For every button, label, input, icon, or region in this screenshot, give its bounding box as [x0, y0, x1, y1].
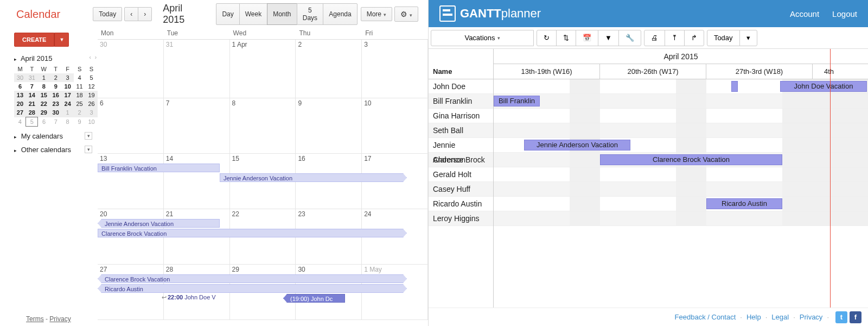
calendar-event[interactable]: (19:00) John Dc [283, 294, 345, 303]
mini-day[interactable]: 29 [38, 108, 50, 117]
gantt-timeline-row[interactable] [494, 211, 868, 226]
mini-day[interactable]: 8 [62, 117, 74, 127]
mini-day[interactable]: 20 [14, 99, 26, 108]
twitter-icon[interactable]: t [835, 311, 847, 323]
create-button[interactable]: CREATE [14, 33, 54, 47]
mini-day[interactable]: 3 [86, 108, 98, 117]
mini-day[interactable]: 3 [62, 73, 74, 82]
mini-day[interactable]: 26 [86, 99, 98, 108]
mini-day[interactable]: 23 [50, 99, 62, 108]
calendar-day-cell[interactable]: 9 [296, 98, 362, 153]
gantt-timeline-row[interactable] [494, 109, 868, 123]
mini-day[interactable]: 24 [62, 99, 74, 108]
mini-day[interactable]: 4 [14, 117, 26, 127]
gantt-person-row[interactable]: Gina Harrison [429, 109, 493, 123]
view-5days[interactable]: 5 Days [297, 3, 324, 25]
calendar-day-cell[interactable]: 1 Apr [230, 40, 296, 98]
calendar-day-cell[interactable]: 3 [362, 40, 428, 98]
mini-day[interactable]: 7 [50, 117, 62, 127]
gantt-person-row[interactable]: Bill Franklin [429, 94, 493, 109]
privacy-link[interactable]: Privacy [800, 313, 823, 321]
upload-button[interactable]: ⤒ [665, 30, 685, 46]
chevron-down-icon[interactable]: ▾ [85, 146, 92, 153]
calendar-day-cell[interactable]: 7 [164, 98, 230, 153]
prev-button[interactable]: ‹ [124, 7, 138, 21]
mini-day[interactable]: 10 [62, 82, 74, 91]
mini-day[interactable]: 30 [50, 108, 62, 117]
facebook-icon[interactable]: f [850, 311, 861, 323]
feedback-link[interactable]: Feedback / Contact [675, 313, 736, 321]
gantt-today-dropdown[interactable]: ▾ [739, 30, 757, 46]
mini-day[interactable]: 31 [26, 73, 38, 82]
help-link[interactable]: Help [746, 313, 761, 321]
today-button[interactable]: Today [93, 7, 122, 21]
mini-day[interactable]: 15 [38, 91, 50, 99]
calendar-event[interactable]: Jennie Anderson Vacation [220, 173, 407, 182]
gantt-timeline-row[interactable]: Clarence Brock Vacation [494, 153, 868, 167]
account-link[interactable]: Account [790, 9, 819, 18]
mini-day[interactable]: 11 [74, 82, 86, 91]
gantt-bar[interactable] [731, 81, 738, 92]
gantt-timeline-row[interactable] [494, 182, 868, 197]
calendar-day-cell[interactable]: 31 [164, 40, 230, 98]
mini-month-title[interactable]: April 2015 ‹ › [14, 54, 98, 62]
calendar-event[interactable]: Clarence Brock Vacation [98, 229, 407, 237]
next-button[interactable]: › [138, 7, 152, 21]
gantt-person-row[interactable]: Clarence Brock [429, 153, 493, 167]
gantt-person-row[interactable]: Seth Ball [429, 123, 493, 138]
calendar-day-cell[interactable]: 8 [230, 98, 296, 153]
gantt-person-row[interactable]: John Doe [429, 79, 493, 94]
mini-day[interactable]: 6 [38, 117, 50, 127]
settings-button[interactable] [394, 7, 418, 22]
mini-day[interactable]: 10 [86, 117, 98, 127]
legal-link[interactable]: Legal [771, 313, 789, 321]
calendar-day-cell[interactable]: 2 [296, 40, 362, 98]
mini-day[interactable]: 2 [74, 108, 86, 117]
mini-day[interactable]: 9 [74, 117, 86, 127]
mini-day[interactable]: 14 [26, 91, 38, 99]
gantt-person-row[interactable]: Casey Huff [429, 182, 493, 197]
gantt-person-row[interactable]: Leroy Higgins [429, 211, 493, 226]
mini-day[interactable]: 25 [74, 99, 86, 108]
mini-day[interactable]: 30 [14, 73, 26, 82]
mini-day[interactable]: 4 [74, 73, 86, 82]
calendar-event[interactable]: Ricardo Austin [98, 284, 407, 293]
mini-day[interactable]: 7 [26, 82, 38, 91]
gantt-bar[interactable]: Clarence Brock Vacation [600, 154, 782, 165]
calendar-event[interactable]: Jennie Anderson Vacation [98, 219, 220, 228]
mini-day[interactable]: 5 [86, 73, 98, 82]
privacy-link[interactable]: Privacy [49, 315, 71, 323]
mini-day[interactable]: 18 [74, 91, 86, 99]
calendar-event[interactable]: Bill Franklin Vacation [98, 164, 220, 172]
logout-link[interactable]: Logout [832, 9, 857, 18]
mini-day[interactable]: 22 [38, 99, 50, 108]
gantt-bar[interactable]: Jennie Anderson Vacation [524, 140, 630, 151]
gantt-today-button[interactable]: Today [707, 30, 740, 46]
gantt-timeline[interactable]: April 2015 13th-19th (W16)20th-26th (W17… [494, 49, 868, 308]
chevron-down-icon[interactable]: ▾ [85, 132, 92, 140]
calendar-grid[interactable]: 30311 Apr236789101314151617Bill Franklin… [98, 40, 428, 320]
calendar-event[interactable]: Clarence Brock Vacation [98, 274, 407, 283]
mini-day[interactable]: 17 [62, 91, 74, 99]
refresh-button[interactable]: ↻ [537, 30, 557, 46]
gantt-timeline-row[interactable]: Bill Franklin [494, 94, 868, 109]
mini-day[interactable]: 6 [14, 82, 26, 91]
gantt-bar[interactable]: Bill Franklin [494, 96, 540, 106]
mini-day[interactable]: 16 [50, 91, 62, 99]
view-month[interactable]: Month [267, 3, 297, 25]
create-dropdown[interactable]: ▼ [54, 33, 69, 47]
gantt-timeline-row[interactable] [494, 167, 868, 182]
project-dropdown[interactable]: Vacations [431, 30, 534, 46]
mini-day[interactable]: 1 [62, 108, 74, 117]
gantt-timeline-row[interactable]: John Doe Vacation [494, 79, 868, 94]
gantt-timeline-row[interactable]: Ricardo Austin [494, 197, 868, 211]
my-calendars-toggle[interactable]: My calendars ▾ [14, 132, 98, 140]
gantt-timeline-row[interactable]: Jennie Anderson Vacation [494, 138, 868, 153]
calendar-day-cell[interactable]: 30 [98, 40, 164, 98]
gantt-person-row[interactable]: Ricardo Austin [429, 197, 493, 211]
filter-button[interactable]: ▼ [598, 30, 619, 46]
gantt-bar[interactable]: Ricardo Austin [706, 198, 782, 209]
other-calendars-toggle[interactable]: Other calendars ▾ [14, 146, 98, 154]
date-button[interactable]: 📅 [576, 30, 598, 46]
more-button[interactable]: More [361, 7, 392, 21]
